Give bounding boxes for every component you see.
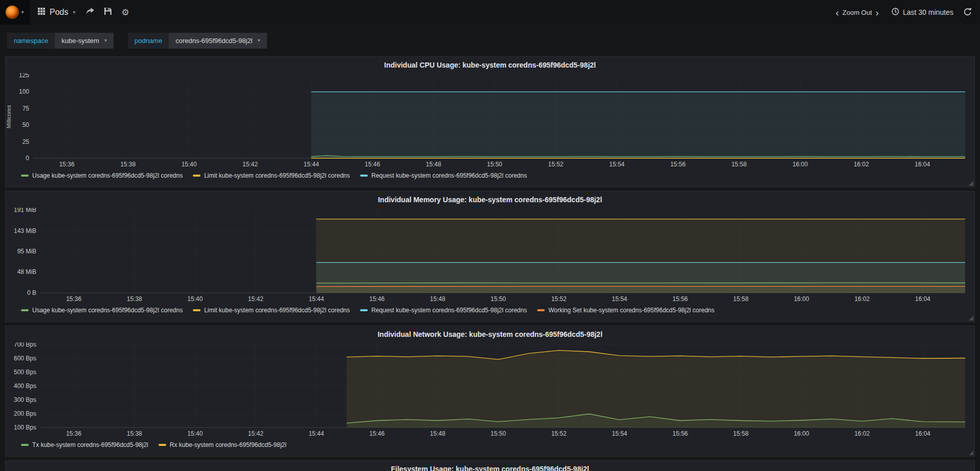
- time-shift-forward-button[interactable]: ›: [872, 8, 882, 17]
- dashboard-title: Pods: [50, 8, 68, 17]
- x-axis-tick-label: 15:56: [670, 161, 685, 168]
- x-axis-tick-label: 15:46: [365, 161, 380, 168]
- x-axis-tick-label: 15:44: [308, 295, 324, 303]
- legend-item[interactable]: Working Set kube-system coredns-695f96dc…: [537, 307, 715, 314]
- caret-down-icon: ▾: [104, 38, 107, 43]
- x-axis-tick-label: 15:50: [491, 430, 506, 437]
- y-axis-tick-label: 48 MiB: [17, 268, 36, 275]
- legend-series-name: Request kube-system coredns-695f96dcd5-9…: [371, 172, 527, 179]
- chart-canvas[interactable]: 0 B48 MiB95 MiB143 MiB191 MiB15:3615:381…: [6, 208, 974, 306]
- x-axis-tick-label: 15:58: [733, 295, 748, 303]
- legend-item[interactable]: Usage kube-system coredns-695f96dcd5-98j…: [21, 307, 183, 314]
- legend-item[interactable]: Tx kube-system coredns-695f96dcd5-98j2l: [21, 441, 148, 448]
- legend-item[interactable]: Limit kube-system coredns-695f96dcd5-98j…: [193, 307, 350, 314]
- x-axis-tick-label: 15:56: [673, 430, 688, 437]
- legend-series-name: Usage kube-system coredns-695f96dcd5-98j…: [32, 172, 183, 179]
- y-axis-tick-label: 400 Bps: [14, 382, 36, 390]
- panel-title[interactable]: Individual Network Usage: kube-system co…: [6, 326, 974, 342]
- series-group: [316, 219, 965, 293]
- panel-resize-handle[interactable]: [968, 181, 973, 186]
- x-axis-tick-label: 15:54: [612, 295, 627, 303]
- y-axis-tick-label: 75: [23, 105, 30, 112]
- legend-series-name: Limit kube-system coredns-695f96dcd5-98j…: [204, 172, 350, 179]
- chart-canvas[interactable]: 025507510012515:3615:3815:4015:4215:4415…: [6, 73, 974, 172]
- legend-series-marker: [193, 175, 201, 177]
- y-axis-tick-label: 100: [19, 88, 29, 95]
- time-range-picker-button[interactable]: Last 30 minutes: [892, 8, 953, 17]
- save-button[interactable]: [104, 8, 112, 17]
- panel-individual-cpu-usage: ⋮ Individual CPU Usage: kube-system core…: [5, 56, 975, 187]
- x-axis-tick-label: 15:42: [248, 430, 263, 437]
- x-axis-tick-label: 15:58: [733, 430, 748, 437]
- share-button[interactable]: [86, 8, 94, 17]
- chart-legend: Usage kube-system coredns-695f96dcd5-98j…: [6, 306, 974, 314]
- x-axis-tick-label: 15:36: [66, 430, 81, 437]
- x-axis-tick-label: 15:48: [426, 161, 441, 168]
- variable-namespace: namespace kube-system ▾: [7, 33, 114, 49]
- x-axis-tick-label: 16:02: [854, 430, 870, 437]
- legend-series-name: Working Set kube-system coredns-695f96dc…: [548, 307, 715, 314]
- navbar-left: ▾ Pods ▾ ⚙: [0, 0, 129, 25]
- x-axis-tick-label: 15:36: [59, 161, 75, 168]
- x-axis-tick-label: 15:40: [182, 161, 197, 168]
- x-axis-tick-label: 15:54: [612, 430, 627, 437]
- y-axis-tick-label: 125: [19, 73, 29, 79]
- x-axis-tick-label: 16:02: [854, 161, 869, 168]
- x-axis-tick-label: 15:50: [487, 161, 502, 168]
- legend-item[interactable]: Request kube-system coredns-695f96dcd5-9…: [360, 172, 527, 179]
- chart-canvas[interactable]: 100 Bps200 Bps300 Bps400 Bps500 Bps600 B…: [6, 342, 974, 441]
- refresh-icon: [964, 8, 972, 17]
- legend-item[interactable]: Rx kube-system coredns-695f96dcd5-98j2l: [159, 441, 286, 448]
- series-group: [347, 350, 965, 427]
- y-axis-tick-label: 143 MiB: [14, 227, 36, 234]
- zoom-out-button[interactable]: Zoom Out: [842, 9, 872, 16]
- grafana-logo-button[interactable]: ▾: [0, 0, 30, 25]
- panel-title[interactable]: Individual Memory Usage: kube-system cor…: [6, 191, 974, 208]
- panel-resize-handle[interactable]: [968, 315, 973, 320]
- legend-series-name: Rx kube-system coredns-695f96dcd5-98j2l: [170, 441, 286, 448]
- x-axis-tick-label: 15:48: [430, 295, 446, 303]
- series-fill: [311, 92, 965, 158]
- y-axis-tick-label: 300 Bps: [14, 396, 36, 403]
- share-icon: [86, 8, 94, 17]
- panel-resize-handle[interactable]: [968, 450, 973, 455]
- x-axis-tick-label: 15:38: [127, 430, 142, 437]
- variable-value-podname[interactable]: coredns-695f96dcd5-98j2l ▾: [169, 33, 266, 49]
- row-drag-handle[interactable]: ⋮: [5, 58, 8, 63]
- variable-label-namespace: namespace: [7, 33, 55, 49]
- clock-icon: [892, 8, 899, 17]
- y-axis-tick-label: 200 Bps: [14, 410, 36, 417]
- x-axis-tick-label: 16:00: [794, 430, 809, 437]
- dashboard-picker-button[interactable]: Pods ▾: [38, 8, 76, 17]
- template-variables-bar: namespace kube-system ▾ podname coredns-…: [0, 25, 980, 56]
- x-axis-tick-label: 15:40: [187, 430, 203, 437]
- legend-series-marker: [21, 444, 29, 446]
- caret-down-icon: ▾: [21, 10, 24, 15]
- legend-item[interactable]: Request kube-system coredns-695f96dcd5-9…: [360, 307, 527, 314]
- settings-button[interactable]: ⚙: [122, 7, 129, 18]
- series-fill: [316, 286, 965, 293]
- variable-value-namespace[interactable]: kube-system ▾: [55, 33, 114, 49]
- series-fill: [347, 350, 965, 427]
- x-axis-tick-label: 15:58: [731, 161, 747, 168]
- y-axis-tick-label: 700 Bps: [14, 342, 36, 348]
- cpu-usage-chart: 025507510012515:3615:3815:4015:4215:4415…: [6, 73, 974, 172]
- x-axis-tick-label: 15:42: [242, 161, 258, 168]
- x-axis-tick-label: 15:44: [308, 430, 324, 437]
- legend-series-marker: [360, 175, 368, 177]
- x-axis-tick-label: 15:48: [430, 430, 446, 437]
- legend-item[interactable]: Limit kube-system coredns-695f96dcd5-98j…: [193, 172, 350, 179]
- x-axis-tick-label: 15:38: [127, 295, 142, 303]
- x-axis-tick-label: 15:46: [369, 430, 385, 437]
- x-axis-tick-label: 15:42: [248, 295, 263, 303]
- time-shift-back-button[interactable]: ‹: [832, 8, 842, 17]
- panel-title[interactable]: Individual CPU Usage: kube-system coredn…: [6, 57, 974, 73]
- navbar-right: ‹ Zoom Out › Last 30 minutes: [832, 8, 972, 17]
- y-axis-tick-label: 50: [23, 121, 30, 129]
- panel-title[interactable]: Filesystem Usage: kube-system coredns-69…: [6, 461, 974, 471]
- legend-item[interactable]: Usage kube-system coredns-695f96dcd5-98j…: [21, 172, 183, 179]
- chart-legend: Tx kube-system coredns-695f96dcd5-98j2lR…: [6, 441, 974, 448]
- panel-individual-network-usage: Individual Network Usage: kube-system co…: [5, 326, 975, 457]
- refresh-button[interactable]: [964, 8, 972, 17]
- panel-individual-memory-usage: Individual Memory Usage: kube-system cor…: [5, 191, 975, 322]
